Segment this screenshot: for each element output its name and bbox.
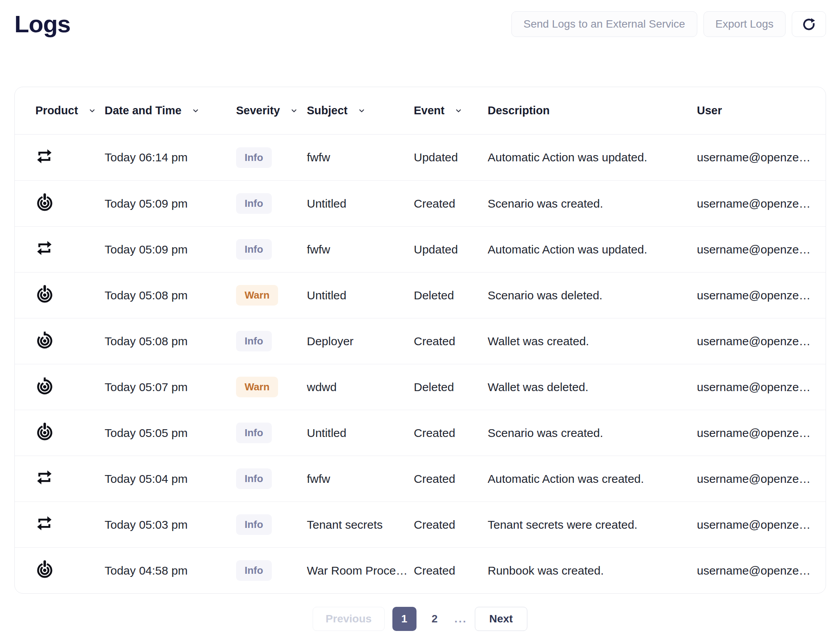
datetime-cell: Today 04:58 pm [105, 564, 236, 577]
severity-cell: Info [236, 423, 307, 443]
column-header-event[interactable]: Event [414, 104, 488, 117]
subject-cell: Tenant secrets [307, 518, 414, 531]
severity-badge: Warn [236, 285, 278, 306]
chevron-down-icon [358, 107, 366, 115]
severity-badge: Info [236, 423, 272, 443]
product-cell [35, 560, 105, 581]
column-header-label: Severity [236, 104, 280, 117]
table-row: Today 05:08 pm Warn Untitled Deleted Sce… [15, 272, 826, 318]
page-numbers: 12 [392, 607, 447, 631]
send-logs-button[interactable]: Send Logs to an External Service [511, 11, 697, 37]
column-header-severity[interactable]: Severity [236, 104, 307, 117]
previous-page-button[interactable]: Previous [313, 607, 384, 631]
event-cell: Created [414, 335, 488, 348]
event-cell: Created [414, 426, 488, 440]
export-logs-button[interactable]: Export Logs [704, 11, 786, 37]
user-cell: username@openzeppe... [697, 564, 818, 577]
datetime-cell: Today 05:05 pm [105, 426, 236, 440]
datetime-cell: Today 05:03 pm [105, 518, 236, 531]
table-row: Today 05:09 pm Info Untitled Created Sce… [15, 180, 826, 226]
product-cell [35, 514, 105, 535]
datetime-cell: Today 05:08 pm [105, 335, 236, 348]
page-button-1[interactable]: 1 [392, 607, 416, 631]
table-row: Today 04:58 pm Info War Room Proced... C… [15, 547, 826, 593]
column-header-user: User [697, 104, 818, 117]
description-cell: Wallet was created. [488, 335, 697, 348]
page-button-2[interactable]: 2 [423, 607, 447, 631]
severity-cell: Warn [236, 285, 307, 306]
subject-cell: Untitled [307, 426, 414, 440]
datetime-cell: Today 05:08 pm [105, 289, 236, 302]
logs-table: Product Date and Time Severity Subject [14, 87, 826, 594]
product-cell [35, 193, 105, 214]
datetime-cell: Today 06:14 pm [105, 151, 236, 164]
page-title: Logs [14, 10, 70, 38]
user-cell: username@openzeppe... [697, 197, 818, 210]
description-cell: Automatic Action was updated. [488, 151, 697, 164]
repeat-icon [35, 239, 53, 257]
column-header-subject[interactable]: Subject [307, 104, 414, 117]
chevron-down-icon [192, 107, 200, 115]
severity-badge: Info [236, 193, 272, 214]
column-header-label: Subject [307, 104, 348, 117]
datetime-cell: Today 05:09 pm [105, 197, 236, 210]
column-header-label: Product [35, 104, 78, 117]
monitor-icon [35, 422, 54, 441]
severity-badge: Info [236, 239, 272, 260]
datetime-cell: Today 05:09 pm [105, 243, 236, 256]
table-row: Today 05:09 pm Info fwfw Updated Automat… [15, 226, 826, 272]
product-cell [35, 422, 105, 444]
table-row: Today 05:07 pm Warn wdwd Deleted Wallet … [15, 364, 826, 410]
pagination: Previous 12 ... Next [0, 607, 840, 631]
repeat-icon [35, 514, 53, 532]
next-page-button[interactable]: Next [475, 607, 527, 631]
subject-cell: Untitled [307, 289, 414, 302]
product-cell [35, 147, 105, 168]
relayer-icon [35, 330, 54, 349]
description-cell: Automatic Action was created. [488, 472, 697, 486]
table-header-row: Product Date and Time Severity Subject [15, 87, 826, 135]
column-header-label: Event [414, 104, 444, 117]
monitor-icon [35, 560, 54, 578]
severity-cell: Info [236, 239, 307, 260]
table-row: Today 05:05 pm Info Untitled Created Sce… [15, 410, 826, 456]
product-cell [35, 330, 105, 352]
product-cell [35, 285, 105, 306]
user-cell: username@openzeppe... [697, 426, 818, 440]
refresh-icon [801, 16, 817, 32]
severity-badge: Warn [236, 377, 278, 397]
subject-cell: War Room Proced... [307, 564, 414, 577]
severity-cell: Info [236, 514, 307, 535]
severity-cell: Warn [236, 377, 307, 397]
table-row: Today 06:14 pm Info fwfw Updated Automat… [15, 135, 826, 180]
description-cell: Wallet was deleted. [488, 381, 697, 394]
user-cell: username@openzeppe... [697, 289, 818, 302]
table-row: Today 05:04 pm Info fwfw Created Automat… [15, 456, 826, 501]
severity-cell: Info [236, 193, 307, 214]
event-cell: Updated [414, 243, 488, 256]
table-body: Today 06:14 pm Info fwfw Updated Automat… [15, 135, 826, 593]
subject-cell: fwfw [307, 243, 414, 256]
user-cell: username@openzeppe... [697, 472, 818, 486]
chevron-down-icon [88, 107, 96, 115]
pagination-ellipsis: ... [455, 613, 467, 625]
subject-cell: fwfw [307, 151, 414, 164]
severity-badge: Info [236, 514, 272, 535]
user-cell: username@openzeppe... [697, 243, 818, 256]
event-cell: Deleted [414, 289, 488, 302]
relayer-icon [35, 376, 54, 395]
severity-cell: Info [236, 331, 307, 351]
toolbar: Send Logs to an External Service Export … [511, 11, 826, 37]
event-cell: Deleted [414, 381, 488, 394]
product-cell [35, 468, 105, 489]
description-cell: Scenario was created. [488, 197, 697, 210]
user-cell: username@openzeppe... [697, 518, 818, 531]
column-header-product[interactable]: Product [35, 104, 105, 117]
refresh-button[interactable] [792, 11, 826, 37]
subject-cell: wdwd [307, 381, 414, 394]
description-cell: Tenant secrets were created. [488, 518, 697, 531]
datetime-cell: Today 05:07 pm [105, 381, 236, 394]
column-header-date-and-time[interactable]: Date and Time [105, 104, 236, 117]
user-cell: username@openzeppe... [697, 381, 818, 394]
severity-badge: Info [236, 331, 272, 351]
